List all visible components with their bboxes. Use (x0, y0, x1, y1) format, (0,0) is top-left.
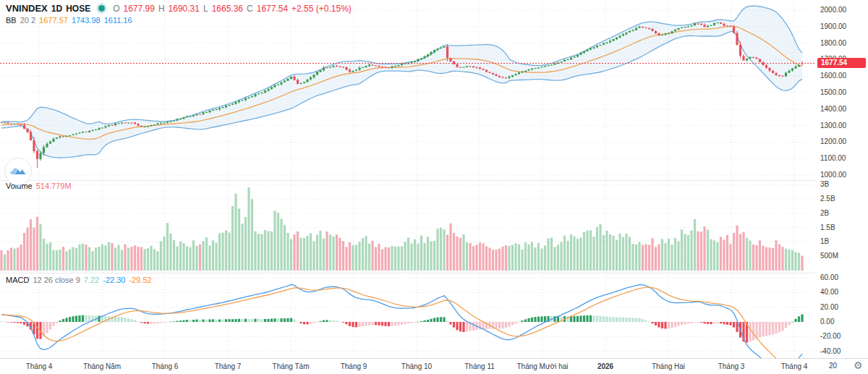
change-value: +2.55 (+0.15%) (292, 4, 352, 14)
macd-hist-value: 7.22 (84, 276, 99, 284)
time-axis-label: Tháng Hai (652, 362, 685, 370)
volume-axis-label: 3B (820, 180, 829, 189)
bb-basis-value: 1677.57 (39, 16, 68, 25)
volume-axis-label: 2B (820, 209, 829, 218)
time-axis-label: Tháng 4 (781, 362, 808, 370)
market-status-dot (98, 5, 105, 12)
volume-value: 514.779M (36, 182, 72, 190)
time-axis-label: Tháng Năm (83, 362, 121, 370)
price-axis-label: 1400.00 (820, 105, 846, 114)
volume-axis-label: 1.5B (820, 224, 835, 232)
macd-histogram (0, 315, 803, 343)
macd-axis[interactable]: 60.0040.0020.000.00-20.00-40.00 (816, 273, 868, 358)
price-axis-label: 2000.00 (820, 6, 846, 14)
high-label: H (158, 4, 165, 14)
symbol-name[interactable]: VNINDEX (6, 3, 48, 14)
symbol-legend: VNINDEX 1D HOSE O1677.99 H1690.31 L1665.… (6, 3, 352, 14)
low-value: 1665.36 (212, 4, 243, 14)
macd-axis-label: -40.00 (820, 347, 841, 356)
macd-signal-line (1, 287, 802, 365)
price-axis-label: 1900.00 (820, 22, 846, 31)
macd-axis-label: 60.00 (820, 273, 838, 282)
bb-indicator-name[interactable]: BB (6, 16, 17, 25)
price-axis-label: 1300.00 (820, 122, 846, 130)
axis-settings-gear-icon[interactable]: ⚙ (854, 360, 863, 371)
cloud-mountain-icon (9, 163, 27, 180)
time-axis-extra-label: 20 (829, 362, 837, 370)
volume-axis-label: 2.5B (820, 195, 835, 203)
bb-lower-value: 1611.16 (104, 16, 132, 25)
time-axis-label: Tháng 10 (401, 362, 432, 370)
bb-params: 20 2 (20, 16, 35, 25)
bollinger-fill (1, 6, 802, 158)
chart-svg (0, 0, 868, 374)
exchange-name[interactable]: HOSE (66, 4, 90, 14)
time-axis[interactable]: Tháng 4Tháng NămTháng 6Tháng 7Tháng TámT… (0, 358, 868, 374)
trading-chart-window: VNINDEX 1D HOSE O1677.99 H1690.31 L1665.… (0, 0, 868, 374)
time-axis-label: Tháng 3 (718, 362, 745, 370)
time-axis-label: Tháng 11 (464, 362, 495, 370)
close-value: 1677.54 (257, 4, 288, 14)
interval-selector[interactable]: 1D (51, 4, 62, 14)
volume-axis-label: 500M (820, 252, 838, 260)
macd-signal-value: -29.52 (129, 276, 151, 284)
time-axis-label: 2026 (597, 362, 613, 370)
volume-axis[interactable]: 3B2.5B2B1.5B1B500M (816, 181, 868, 273)
macd-axis-label: 20.00 (820, 303, 838, 312)
time-axis-label: Tháng Tám (273, 362, 310, 370)
price-axis[interactable]: 2000.001900.001800.001700.001600.001500.… (816, 0, 868, 181)
price-axis-label: 1000.00 (820, 171, 846, 179)
macd-axis-label: 0.00 (820, 318, 834, 326)
volume-axis-label: 1B (820, 237, 829, 246)
price-axis-label: 1600.00 (820, 72, 846, 80)
time-axis-label: Tháng 4 (26, 362, 53, 370)
time-axis-label: Tháng 9 (341, 362, 367, 370)
time-axis-label: Tháng 6 (152, 362, 179, 370)
grid (0, 0, 816, 357)
macd-axis-label: -20.00 (820, 332, 841, 341)
macd-params: 12 26 close 9 (33, 276, 80, 284)
macd-legend: MACD 12 26 close 9 7.22 -22.30 -29.52 (6, 276, 152, 284)
volume-series (0, 187, 803, 271)
price-axis-label: 1800.00 (820, 39, 846, 48)
macd-line-value: -22.30 (103, 276, 125, 284)
high-value: 1690.31 (169, 4, 200, 14)
close-label: C (247, 4, 253, 14)
price-axis-label: 1200.00 (820, 137, 846, 146)
open-value: 1677.99 (124, 4, 155, 14)
chart-plot-area[interactable] (0, 0, 868, 374)
bollinger-lower-line (1, 32, 802, 158)
candlestick-series (0, 22, 803, 168)
bb-upper-value: 1743.98 (72, 16, 101, 25)
low-label: L (203, 4, 208, 14)
current-price-label: 1677.54 (817, 58, 866, 68)
macd-indicator-name[interactable]: MACD (6, 276, 29, 284)
macd-axis-label: 40.00 (820, 288, 838, 297)
time-axis-label: Tháng 7 (215, 362, 242, 370)
platform-logo-watermark (4, 158, 32, 185)
open-label: O (113, 4, 119, 14)
bb-legend: BB 20 2 1677.57 1743.98 1611.16 (6, 16, 132, 25)
price-axis-label: 1100.00 (820, 154, 846, 163)
price-axis-label: 1500.00 (820, 88, 846, 97)
time-axis-label: Tháng Mười hai (516, 362, 568, 370)
